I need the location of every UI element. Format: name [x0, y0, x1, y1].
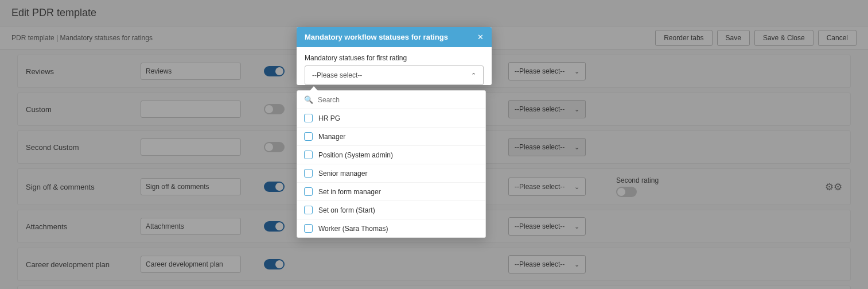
- checkbox[interactable]: [304, 169, 313, 178]
- dropdown-option[interactable]: Position (System admin): [297, 146, 485, 164]
- chevron-up-icon: ⌃: [471, 72, 476, 79]
- dropdown-option[interactable]: Senior manager: [297, 164, 485, 183]
- search-input[interactable]: [318, 96, 478, 104]
- checkbox[interactable]: [304, 206, 313, 214]
- dropdown-option[interactable]: Set on form (Start): [297, 201, 485, 219]
- dropdown-option[interactable]: HR PG: [297, 109, 485, 128]
- close-icon[interactable]: ✕: [477, 33, 484, 41]
- modal-title: Mandatory workflow statuses for ratings: [305, 33, 448, 41]
- modal-select-value: --Please select--: [312, 71, 362, 79]
- modal-select[interactable]: --Please select-- ⌃: [305, 65, 484, 85]
- modal-body: Mandatory statuses for first rating --Pl…: [297, 47, 492, 85]
- checkbox[interactable]: [304, 114, 313, 122]
- search-icon: 🔍: [304, 95, 313, 104]
- dropdown-option[interactable]: Worker (Sara Thomas): [297, 219, 485, 237]
- dropdown-pointer: [310, 86, 318, 91]
- dropdown: 🔍 HR PG Manager Position (System admin) …: [297, 90, 486, 238]
- checkbox[interactable]: [304, 151, 313, 159]
- checkbox[interactable]: [304, 187, 313, 196]
- dropdown-search: 🔍: [297, 91, 485, 109]
- modal-header: Mandatory workflow statuses for ratings …: [297, 27, 492, 47]
- checkbox[interactable]: [304, 224, 313, 233]
- dropdown-option[interactable]: Manager: [297, 128, 485, 146]
- checkbox[interactable]: [304, 132, 313, 141]
- modal: Mandatory workflow statuses for ratings …: [297, 27, 492, 85]
- dropdown-option[interactable]: Set in form manager: [297, 183, 485, 201]
- modal-field-label: Mandatory statuses for first rating: [305, 54, 484, 62]
